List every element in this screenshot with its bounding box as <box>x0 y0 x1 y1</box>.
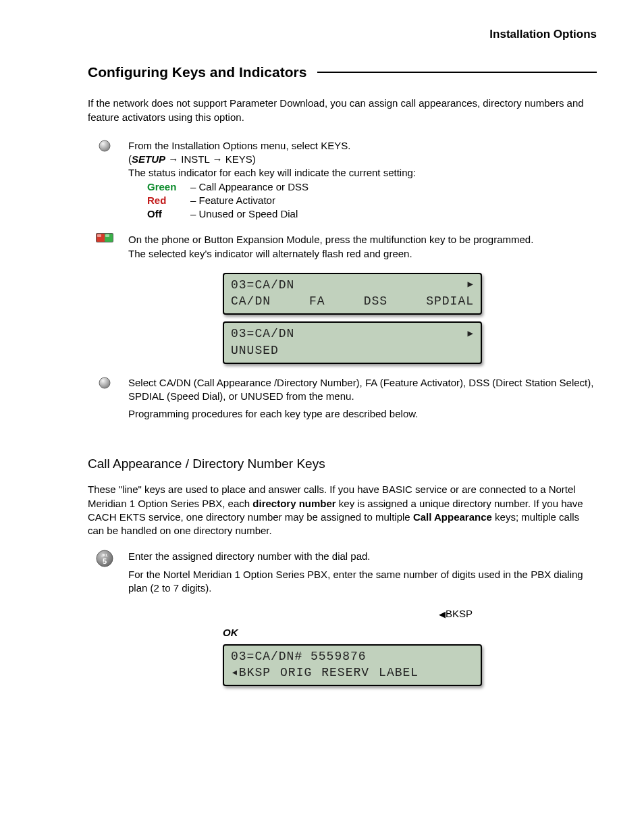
step4-line1: Enter the assigned directory number with… <box>128 550 597 563</box>
status-red-row: Red – Feature Activator <box>147 194 597 207</box>
lcd1-r2c: DSS <box>364 293 387 309</box>
lcd3-r2a: ◂BKSP <box>231 664 271 681</box>
gray-dot-icon <box>95 376 115 390</box>
right-arrow-icon: ▶ <box>468 278 474 291</box>
lcd-display-1: 03=CA/DN ▶ CA/DN FA DSS SPDIAL <box>223 273 482 315</box>
lcd2-r1: 03=CA/DN <box>231 325 294 342</box>
lcd3-r1: 03=CA/DN# 5559876 <box>231 648 474 664</box>
lcd2-r2: UNUSED <box>231 342 279 359</box>
lcd3-r2c: RESERV <box>321 664 369 681</box>
path-rest: → INSTL → KEYS) <box>165 153 256 165</box>
step-3: Select CA/DN (Call Appearance /Directory… <box>88 376 597 421</box>
svg-rect-5 <box>105 234 109 237</box>
dialpad-key-icon: JKL 5 <box>95 550 115 567</box>
status-off-row: Off – Unused or Speed Dial <box>147 207 597 221</box>
right-arrow-icon: ▶ <box>468 328 474 340</box>
green-label: Green <box>147 180 185 194</box>
red-green-led-icon <box>95 233 115 242</box>
p1d: Call Appearance <box>413 511 492 523</box>
lcd1-r1: 03=CA/DN <box>231 277 294 293</box>
lcd1-r2d: SPDIAL <box>426 293 474 309</box>
svg-rect-4 <box>97 234 101 237</box>
page-header-right: Installation Options <box>88 27 597 43</box>
setup-label: SETUP <box>132 153 165 165</box>
section-title: Configuring Keys and Indicators <box>88 63 306 82</box>
lcd1-r2a: CA/DN <box>231 293 271 309</box>
step3-line1: Select CA/DN (Call Appearance /Directory… <box>128 376 597 404</box>
subheading: Call Appearance / Directory Number Keys <box>88 455 597 473</box>
off-label: Off <box>147 207 185 221</box>
step2-line2: The selected key's indicator will altern… <box>128 247 597 261</box>
lcd-display-3: 03=CA/DN# 5559876 ◂BKSP ORIG RESERV LABE… <box>223 644 482 687</box>
ok-label: OK <box>223 626 597 640</box>
left-arrow-icon: ◀ <box>439 609 446 619</box>
section2-paragraph: These "line" keys are used to place and … <box>88 483 597 538</box>
red-label: Red <box>147 194 185 207</box>
off-text: – Unused or Speed Dial <box>190 207 298 221</box>
green-text: – Call Appearance or DSS <box>190 180 308 194</box>
step4-line2: For the Nortel Meridian 1 Option Series … <box>128 568 597 596</box>
step1-line2: The status indicator for each key will i… <box>128 166 597 180</box>
lcd3-r2d: LABEL <box>379 664 419 681</box>
svg-point-0 <box>99 140 110 151</box>
lcd-group: 03=CA/DN ▶ CA/DN FA DSS SPDIAL 03=CA/DN … <box>223 273 597 364</box>
title-rule <box>317 72 597 73</box>
step-2: On the phone or Button Expansion Module,… <box>88 233 597 261</box>
step3-line2: Programming procedures for each key type… <box>128 407 597 421</box>
svg-point-6 <box>99 377 110 388</box>
step1-path: (SETUP → INSTL → KEYS) <box>128 153 597 166</box>
status-green-row: Green – Call Appearance or DSS <box>147 180 597 194</box>
section-title-row: Configuring Keys and Indicators <box>88 63 597 82</box>
step2-line1: On the phone or Button Expansion Module,… <box>128 233 597 246</box>
lcd-display-2: 03=CA/DN ▶ UNUSED <box>223 321 482 364</box>
bksp-label: ◀BKSP <box>439 607 597 621</box>
intro-paragraph: If the network does not support Paramete… <box>88 97 597 124</box>
svg-text:5: 5 <box>103 557 107 565</box>
step1-line1: From the Installation Options menu, sele… <box>128 139 597 153</box>
bksp-text: BKSP <box>446 608 473 619</box>
step-4: JKL 5 Enter the assigned directory numbe… <box>88 550 597 595</box>
red-text: – Feature Activator <box>190 194 275 207</box>
lcd1-r2b: FA <box>309 293 325 309</box>
lcd3-r2b: ORIG <box>280 664 312 681</box>
gray-dot-icon <box>95 139 115 153</box>
step-1: From the Installation Options menu, sele… <box>88 139 597 221</box>
p1b: directory number <box>252 498 336 509</box>
